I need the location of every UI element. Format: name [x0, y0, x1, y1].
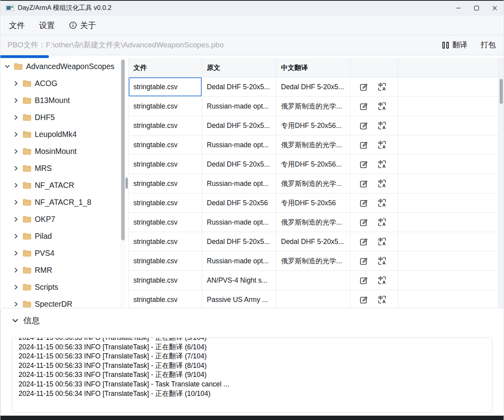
chevron-right-icon[interactable] — [13, 267, 19, 274]
maximize-button[interactable] — [467, 0, 485, 16]
tree-folder-item[interactable]: PVS4 — [0, 245, 126, 262]
translation-cell[interactable]: Dedal DHF 5-20x5... — [276, 77, 350, 97]
pack-button[interactable]: 打包 — [481, 40, 496, 50]
chevron-right-icon[interactable] — [13, 131, 19, 138]
machine-translate-icon[interactable]: 中 A — [377, 217, 387, 227]
edit-icon[interactable] — [358, 217, 369, 227]
chevron-right-icon[interactable] — [13, 301, 19, 308]
panel-splitter[interactable] — [125, 58, 128, 308]
file-cell[interactable]: stringtable.csv — [129, 174, 202, 193]
machine-translate-icon[interactable]: 中 A — [377, 140, 387, 150]
chevron-right-icon[interactable] — [13, 216, 19, 223]
source-cell[interactable]: AN/PVS-4 Night s... — [202, 271, 276, 290]
chevron-right-icon[interactable] — [13, 80, 19, 87]
edit-icon[interactable] — [358, 159, 369, 169]
translation-cell[interactable]: 专用DHF 5-20x56... — [276, 155, 350, 174]
translation-cell[interactable]: 俄罗斯制造的光学... — [276, 174, 350, 193]
machine-translate-icon[interactable]: 中 A — [377, 159, 387, 169]
tree-folder-item[interactable]: RMR — [0, 262, 126, 279]
translation-cell[interactable]: 专用DHF 5-20x56 — [276, 193, 350, 213]
translation-cell[interactable]: 俄罗斯制造的光学... — [276, 251, 350, 271]
file-cell[interactable]: stringtable.csv — [129, 193, 202, 213]
translate-button[interactable]: 翻译 — [442, 40, 467, 50]
translation-cell[interactable]: 专用DHF 5-20x56... — [276, 116, 350, 135]
table-scrollbar[interactable] — [498, 58, 504, 308]
machine-translate-icon[interactable]: 中 A — [377, 178, 387, 189]
col-header-file[interactable]: 文件 — [129, 58, 202, 77]
source-cell[interactable]: Passive US Army ... — [202, 290, 276, 308]
tree-folder-item[interactable]: OKP7 — [0, 211, 126, 228]
source-cell[interactable]: Russian-made opt... — [202, 135, 276, 155]
translation-cell[interactable]: 俄罗斯制造的光学... — [276, 213, 350, 232]
tree-folder-item[interactable]: ACOG — [0, 75, 126, 92]
translation-cell[interactable] — [276, 271, 350, 290]
chevron-right-icon[interactable] — [13, 165, 19, 172]
edit-icon[interactable] — [358, 256, 369, 266]
source-cell[interactable]: Dedal DHF 5-20x5... — [202, 232, 276, 251]
chevron-right-icon[interactable] — [13, 284, 19, 291]
file-cell[interactable]: stringtable.csv — [129, 116, 202, 135]
log-output[interactable]: 2024-11-15 00:56:33 INFO [TranslateTask]… — [12, 338, 493, 413]
machine-translate-icon[interactable]: 中 A — [377, 294, 387, 305]
col-header-translation[interactable]: 中文翻译 — [276, 58, 350, 77]
file-cell[interactable]: stringtable.csv — [129, 77, 202, 97]
tree-folder-item[interactable]: MosinMount — [0, 143, 126, 160]
translation-cell[interactable] — [276, 290, 350, 308]
edit-icon[interactable] — [358, 178, 369, 189]
chevron-right-icon[interactable] — [13, 233, 19, 240]
edit-icon[interactable] — [358, 236, 369, 247]
col-header-source[interactable]: 原文 — [202, 58, 276, 77]
machine-translate-icon[interactable]: 中 A — [377, 101, 387, 111]
file-cell[interactable]: stringtable.csv — [129, 135, 202, 155]
chevron-right-icon[interactable] — [13, 182, 19, 189]
translation-cell[interactable]: Dedal DHF 5-20x5... — [276, 232, 350, 251]
source-cell[interactable]: Dedal DHF 5-20x5... — [202, 116, 276, 135]
file-cell[interactable]: stringtable.csv — [129, 213, 202, 232]
translation-cell[interactable]: 俄罗斯制造的光学... — [276, 135, 350, 155]
file-cell[interactable]: stringtable.csv — [129, 251, 202, 271]
source-cell[interactable]: Russian-made opt... — [202, 251, 276, 271]
file-cell[interactable]: stringtable.csv — [129, 271, 202, 290]
info-panel-header[interactable]: 信息 — [11, 315, 40, 326]
tree-folder-item[interactable]: SpecterDR — [0, 296, 126, 308]
machine-translate-icon[interactable]: 中 A — [377, 120, 387, 131]
file-cell[interactable]: stringtable.csv — [129, 97, 202, 116]
chevron-right-icon[interactable] — [13, 199, 19, 206]
menu-file[interactable]: 文件 — [9, 20, 25, 31]
tree-folder-item[interactable]: DHF5 — [0, 109, 126, 126]
source-cell[interactable]: Russian-made opt... — [202, 97, 276, 116]
minimize-button[interactable] — [449, 0, 467, 16]
source-cell[interactable]: Dedal DHF 5-20x5... — [202, 77, 276, 97]
source-cell[interactable]: Dedal DHF 5-20x5... — [202, 155, 276, 174]
tree-folder-item[interactable]: NF_ATACR — [0, 177, 126, 194]
edit-icon[interactable] — [358, 275, 369, 285]
tree-root-item[interactable]: AdvancedWeaponScopes — [0, 58, 126, 75]
translation-cell[interactable]: 俄罗斯制造的光学... — [276, 97, 350, 116]
source-cell[interactable]: Russian-made opt... — [202, 213, 276, 232]
splitter-grip[interactable] — [126, 178, 128, 189]
machine-translate-icon[interactable]: 中 A — [377, 236, 387, 247]
file-cell[interactable]: stringtable.csv — [129, 290, 202, 308]
chevron-down-icon[interactable] — [4, 63, 11, 70]
table-scrollbar-thumb[interactable] — [500, 79, 503, 104]
edit-icon[interactable] — [358, 82, 369, 92]
machine-translate-icon[interactable]: 中 A — [377, 256, 387, 266]
close-button[interactable] — [485, 0, 504, 16]
edit-icon[interactable] — [358, 140, 369, 150]
tree-folder-item[interactable]: NF_ATACR_1_8 — [0, 194, 126, 211]
chevron-right-icon[interactable] — [13, 114, 19, 121]
machine-translate-icon[interactable]: 中 A — [377, 198, 387, 208]
chevron-right-icon[interactable] — [13, 250, 19, 257]
file-cell[interactable]: stringtable.csv — [129, 155, 202, 174]
file-cell[interactable]: stringtable.csv — [129, 232, 202, 251]
tree-folder-item[interactable]: LeupoldMk4 — [0, 126, 126, 143]
chevron-right-icon[interactable] — [13, 148, 19, 155]
tree-scrollbar-thumb[interactable] — [121, 60, 125, 240]
tree-folder-item[interactable]: Scripts — [0, 279, 126, 296]
machine-translate-icon[interactable]: 中 A — [377, 275, 387, 285]
edit-icon[interactable] — [358, 294, 369, 305]
machine-translate-icon[interactable]: 中 A — [377, 82, 387, 92]
chevron-right-icon[interactable] — [13, 97, 19, 104]
edit-icon[interactable] — [358, 198, 369, 208]
tree-folder-item[interactable]: MRS — [0, 160, 126, 177]
